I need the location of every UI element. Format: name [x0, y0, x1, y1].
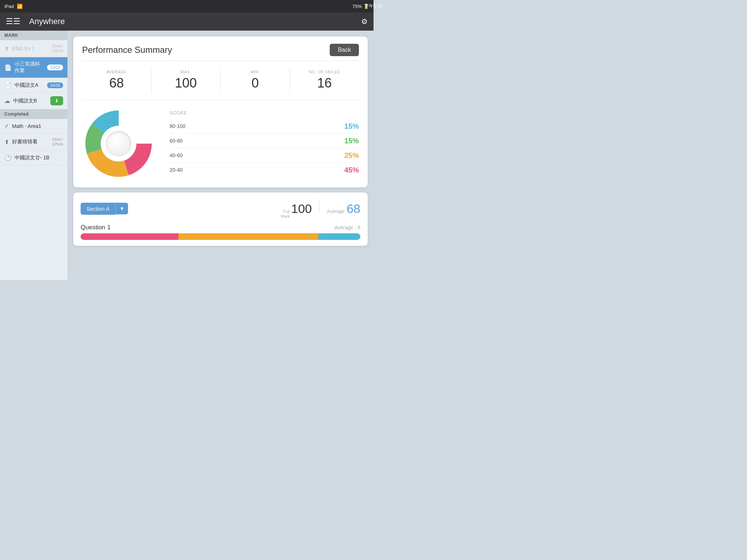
card-header: Performance Summary Back — [82, 44, 359, 61]
device-label: iPad — [4, 4, 14, 9]
full-mark-value: 100 — [291, 202, 312, 216]
upload-icon-2: ⬆ — [4, 139, 9, 145]
full-mark-label: FullMark — [281, 209, 290, 219]
stat-max-label: MAX. — [151, 70, 220, 74]
stat-max-value: 100 — [151, 75, 220, 91]
sidebar-item-book-guess[interactable]: ⬆ 好書猜猜看 20mb /125mb — [0, 133, 67, 151]
question-avg: Average : 8 — [334, 225, 360, 230]
item-badge-chinese-a: 14/30 — [47, 82, 63, 88]
sidebar-item-chinese-b[interactable]: ☁ 中國語文B ⬇ — [0, 93, 67, 109]
sidebar: MARK ⬆ ENG Ex 1 20mb /125mb 📄 小三常識科作業 12… — [0, 31, 67, 280]
section-button[interactable]: Section A — [81, 203, 115, 215]
app-title: Anywhere — [26, 17, 355, 26]
stat-average: AVERAGE 68 — [82, 67, 151, 94]
divider-vertical — [319, 198, 320, 213]
score-legend: SCORE 80-100 15% 60-80 15% 40-60 25% 20 — [170, 110, 359, 177]
item-size-eng-ex1: 20mb /125mb — [52, 44, 63, 53]
sidebar-item-chinese-common[interactable]: 📄 小三常識科作業 12/27 — [0, 57, 67, 78]
question-title: Question 1 — [81, 224, 111, 231]
avg-group: Average 68 — [327, 202, 360, 216]
nav-bar: ☰ Anywhere ⚙ — [0, 12, 374, 31]
legend-range-40-60: 40-60 — [170, 152, 183, 158]
sidebar-item-math-area1[interactable]: ✓ Math - Area1 — [0, 119, 67, 133]
item-label-chinese-1b: 中國語文廿- 1B — [15, 155, 63, 161]
menu-icon[interactable]: ☰ — [6, 17, 20, 26]
legend-item-80-100: 80-100 15% — [170, 119, 359, 134]
legend-pct-80-100: 15% — [344, 122, 359, 131]
item-label-chinese-b: 中國語文B — [13, 98, 47, 104]
item-label-eng-ex1: ENG Ex 1 — [12, 46, 49, 51]
legend-range-20-40: 20-40 — [170, 167, 183, 173]
question-header: Question 1 Average : 8 — [81, 224, 360, 231]
content-area: Performance Summary Back AVERAGE 68 MAX.… — [67, 31, 374, 280]
time-display: 下午5:41 — [364, 3, 374, 9]
main-layout: MARK ⬆ ENG Ex 1 20mb /125mb 📄 小三常識科作業 12… — [0, 31, 374, 280]
full-mark-group: FullMark 100 — [281, 202, 312, 219]
download-button-chinese-b[interactable]: ⬇ — [50, 96, 63, 105]
stat-failed-value: 16 — [290, 75, 359, 91]
legend-pct-60-80: 15% — [344, 137, 359, 145]
stat-min-label: MIN. — [221, 70, 290, 74]
sidebar-item-chinese-a[interactable]: 📄 中國語文A 14/30 — [0, 78, 67, 93]
sidebar-section-completed: Completed — [0, 109, 67, 119]
battery-label: 75% — [352, 4, 362, 9]
performance-summary-card: Performance Summary Back AVERAGE 68 MAX.… — [73, 36, 368, 187]
avg-value: 68 — [347, 202, 360, 216]
stat-failed-label: NO. OF FAILED — [290, 70, 359, 74]
wifi-icon: 📶 — [17, 4, 23, 9]
item-label-chinese-a: 中國語文A — [15, 82, 44, 89]
settings-icon[interactable]: ⚙ — [361, 17, 368, 26]
card-title: Performance Summary — [82, 45, 172, 55]
legend-title: SCORE — [170, 110, 359, 116]
status-left: iPad 📶 — [4, 4, 23, 9]
legend-item-20-40: 20-40 45% — [170, 163, 359, 177]
section-dropdown-button[interactable]: ▼ — [115, 203, 128, 214]
sidebar-item-eng-ex1[interactable]: ⬆ ENG Ex 1 20mb /125mb — [0, 40, 67, 57]
progress-segment-orange — [178, 233, 318, 240]
section-selector[interactable]: Section A ▼ — [81, 203, 128, 215]
item-label-chinese-common: 小三常識科作業 — [15, 61, 44, 74]
question-row: Question 1 Average : 8 — [81, 224, 360, 240]
stat-average-label: AVERAGE — [82, 70, 151, 74]
legend-pct-20-40: 45% — [344, 166, 359, 174]
progress-bar — [81, 233, 360, 240]
donut-chart — [82, 107, 155, 180]
back-button[interactable]: Back — [330, 44, 359, 56]
chart-area: SCORE 80-100 15% 60-80 15% 40-60 25% 20 — [82, 107, 359, 180]
stat-min-value: 0 — [221, 75, 290, 91]
item-label-book-guess: 好書猜猜看 — [12, 139, 49, 145]
legend-pct-40-60: 25% — [344, 151, 359, 160]
legend-item-60-80: 60-80 15% — [170, 134, 359, 148]
item-size-book-guess: 20mb /125mb — [52, 137, 63, 147]
cloud-icon: ☁ — [4, 97, 10, 104]
legend-item-40-60: 40-60 25% — [170, 148, 359, 163]
stats-row: AVERAGE 68 MAX. 100 MIN. 0 NO. OF FAILED… — [82, 67, 359, 100]
doc-icon-1: 📄 — [4, 64, 12, 71]
avg-label: Average — [327, 209, 344, 214]
clock-icon: 🕐 — [4, 154, 12, 161]
progress-segment-pink — [81, 233, 178, 240]
check-icon: ✓ — [4, 122, 9, 129]
sidebar-section-mark: MARK — [0, 31, 67, 40]
stat-failed: NO. OF FAILED 16 — [290, 67, 359, 94]
doc-icon-2: 📄 — [4, 82, 12, 89]
status-bar: iPad 📶 下午5:41 75% 🔋 — [0, 0, 374, 12]
item-badge-chinese-common: 12/27 — [47, 65, 63, 70]
legend-range-60-80: 60-80 — [170, 138, 183, 144]
upload-icon: ⬆ — [4, 45, 9, 52]
sidebar-item-chinese-1b[interactable]: 🕐 中國語文廿- 1B — [0, 151, 67, 165]
stat-max: MAX. 100 — [151, 67, 221, 94]
progress-segment-blue — [318, 233, 360, 240]
stat-min: MIN. 0 — [221, 67, 290, 94]
section-marks: FullMark 100 Average 68 — [281, 198, 360, 219]
item-label-math-area1: Math - Area1 — [12, 123, 63, 129]
section-card: Section A ▼ FullMark 100 Average 68 — [73, 192, 368, 246]
donut-center — [106, 131, 131, 156]
section-header: Section A ▼ FullMark 100 Average 68 — [81, 198, 360, 219]
stat-average-value: 68 — [82, 75, 151, 91]
legend-range-80-100: 80-100 — [170, 123, 186, 129]
